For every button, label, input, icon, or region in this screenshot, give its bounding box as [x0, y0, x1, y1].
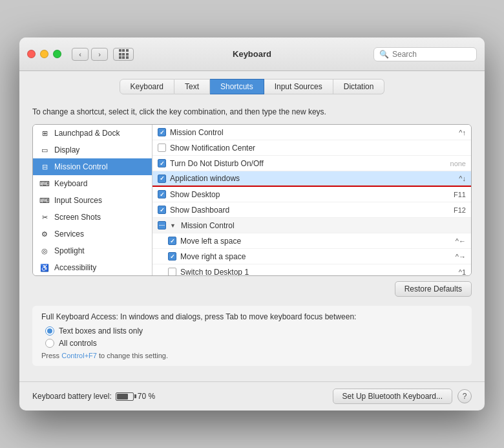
right-panel: Mission Control ^↑ Show Notification Cen… [152, 125, 471, 275]
sidebar-item-input-sources[interactable]: ⌨ Input Sources [33, 192, 152, 209]
checkbox-app-windows[interactable] [158, 175, 166, 183]
checkbox-show-dashboard[interactable] [158, 206, 166, 214]
shortcut-row-move-right[interactable]: Move right a space ^→ [152, 249, 471, 264]
fka-section: Full Keyboard Access: In windows and dia… [32, 306, 472, 366]
sidebar-item-mission-control[interactable]: ⊟ Mission Control [33, 158, 152, 175]
radio-label-text-boxes: Text boxes and lists only [59, 326, 143, 336]
checkbox-dnd[interactable] [158, 159, 166, 167]
shortcut-label-mission-control: Mission Control [170, 128, 455, 137]
radio-all-controls[interactable]: All controls [45, 339, 463, 348]
close-button[interactable] [27, 50, 36, 58]
instruction-text: To change a shortcut, select it, click t… [32, 107, 472, 116]
tab-text[interactable]: Text [174, 79, 210, 94]
shortcut-key-move-right: ^→ [456, 253, 466, 261]
sidebar-item-launchpad-dock[interactable]: ⊞ Launchpad & Dock [33, 125, 152, 142]
triangle-icon: ▼ [170, 222, 176, 229]
restore-btn-row: Restore Defaults [32, 281, 472, 297]
title-bar: ‹ › Keyboard 🔍 [19, 37, 485, 71]
radio-label-all-controls: All controls [59, 339, 97, 348]
checkbox-move-left[interactable] [168, 237, 176, 245]
tabs-bar: Keyboard Text Shortcuts Input Sources Di… [19, 71, 485, 100]
shortcut-row-mission-control[interactable]: Mission Control ^↑ [152, 125, 471, 140]
back-button[interactable]: ‹ [72, 48, 89, 61]
minimize-button[interactable] [40, 50, 48, 58]
shortcut-label-dnd: Turn Do Not Disturb On/Off [170, 159, 446, 168]
shortcut-row-notification[interactable]: Show Notification Center [152, 140, 471, 156]
shortcut-key-show-dashboard: F12 [454, 206, 466, 214]
tab-shortcuts[interactable]: Shortcuts [210, 79, 264, 94]
sidebar-item-label: Mission Control [54, 162, 108, 171]
sidebar: ⊞ Launchpad & Dock ▭ Display ⊟ Mission C… [33, 125, 152, 275]
window-title: Keyboard [233, 49, 271, 59]
maximize-button[interactable] [53, 50, 61, 58]
shortcut-key-desktop-1: ^1 [459, 268, 466, 276]
sidebar-item-display[interactable]: ▭ Display [33, 142, 152, 158]
battery-percent: 70 % [138, 392, 155, 401]
shortcut-label-notification: Show Notification Center [170, 144, 462, 153]
checkbox-move-right[interactable] [168, 252, 176, 261]
grid-view-button[interactable] [113, 48, 134, 61]
shortcut-label-move-right: Move right a space [180, 252, 452, 261]
restore-defaults-button[interactable]: Restore Defaults [395, 281, 472, 297]
grid-icon [119, 49, 129, 59]
tab-input-sources[interactable]: Input Sources [264, 79, 333, 94]
shortcut-row-show-desktop[interactable]: Show Desktop F11 [152, 187, 471, 202]
sidebar-item-label: Services [54, 229, 84, 239]
sidebar-item-label: Launchpad & Dock [54, 129, 120, 138]
mission-control-icon: ⊟ [39, 162, 50, 172]
battery-fill [117, 394, 128, 400]
battery-label: Keyboard battery level: 70 % [32, 392, 155, 401]
radio-circle-all-controls[interactable] [45, 339, 54, 348]
sidebar-item-accessibility[interactable]: ♿ Accessibility [33, 259, 152, 275]
shortcut-row-move-left[interactable]: Move left a space ^← [152, 233, 471, 249]
sidebar-item-services[interactable]: ⚙ Services [33, 226, 152, 242]
bottom-right: Set Up Bluetooth Keyboard... ? [333, 389, 472, 404]
content-area: To change a shortcut, select it, click t… [19, 100, 485, 376]
sidebar-item-spotlight[interactable]: ◎ Spotlight [33, 242, 152, 259]
accessibility-icon: ♿ [39, 262, 50, 273]
shortcut-row-app-windows[interactable]: Application windows ^↓ [152, 171, 471, 187]
search-box[interactable]: 🔍 [373, 47, 477, 61]
shortcut-row-desktop-1[interactable]: Switch to Desktop 1 ^1 [152, 264, 471, 275]
launchpad-dock-icon: ⊞ [39, 128, 50, 138]
sidebar-item-label: Spotlight [54, 246, 85, 255]
sidebar-item-label: Input Sources [54, 196, 102, 205]
checkbox-notification[interactable] [158, 144, 166, 152]
tab-dictation[interactable]: Dictation [333, 79, 385, 94]
shortcut-key-dnd: none [450, 160, 466, 167]
shortcut-row-dnd[interactable]: Turn Do Not Disturb On/Off none [152, 156, 471, 171]
shortcut-key-move-left: ^← [456, 237, 466, 245]
sidebar-item-label: Accessibility [54, 263, 96, 272]
fka-hint: Press Control+F7 to change this setting. [41, 352, 463, 359]
sidebar-item-keyboard[interactable]: ⌨ Keyboard [33, 175, 152, 192]
fka-hint-link[interactable]: Control+F7 [61, 352, 97, 359]
sidebar-item-label: Screen Shots [54, 213, 101, 222]
shortcut-label-move-left: Move left a space [180, 237, 452, 246]
spotlight-icon: ◎ [39, 246, 50, 256]
sidebar-item-screen-shots[interactable]: ✂ Screen Shots [33, 209, 152, 226]
checkbox-mc-subheader[interactable] [158, 221, 166, 229]
battery-label-text: Keyboard battery level: [32, 392, 112, 401]
main-panel: ⊞ Launchpad & Dock ▭ Display ⊟ Mission C… [32, 124, 472, 276]
forward-button[interactable]: › [91, 48, 108, 61]
tab-keyboard[interactable]: Keyboard [120, 79, 174, 94]
main-window: ‹ › Keyboard 🔍 Keyboard Text Shortcuts I… [19, 37, 485, 411]
screen-shots-icon: ✂ [39, 212, 50, 222]
keyboard-icon: ⌨ [39, 178, 50, 189]
shortcut-label-show-dashboard: Show Dashboard [170, 206, 450, 215]
checkbox-desktop-1[interactable] [168, 268, 176, 275]
radio-text-boxes[interactable]: Text boxes and lists only [45, 326, 463, 336]
search-input[interactable] [392, 50, 471, 59]
radio-circle-text-boxes[interactable] [45, 326, 54, 336]
bluetooth-button[interactable]: Set Up Bluetooth Keyboard... [333, 389, 452, 404]
nav-buttons: ‹ › [72, 48, 108, 61]
shortcut-label-show-desktop: Show Desktop [170, 190, 450, 199]
bottom-bar: Keyboard battery level: 70 % Set Up Blue… [19, 381, 485, 411]
traffic-lights [27, 50, 61, 58]
checkbox-show-desktop[interactable] [158, 190, 166, 198]
checkbox-mission-control[interactable] [158, 128, 166, 136]
help-button[interactable]: ? [457, 389, 472, 403]
shortcut-label-mc-sub: Mission Control [181, 221, 466, 230]
shortcut-row-show-dashboard[interactable]: Show Dashboard F12 [152, 202, 471, 218]
display-icon: ▭ [39, 145, 50, 155]
